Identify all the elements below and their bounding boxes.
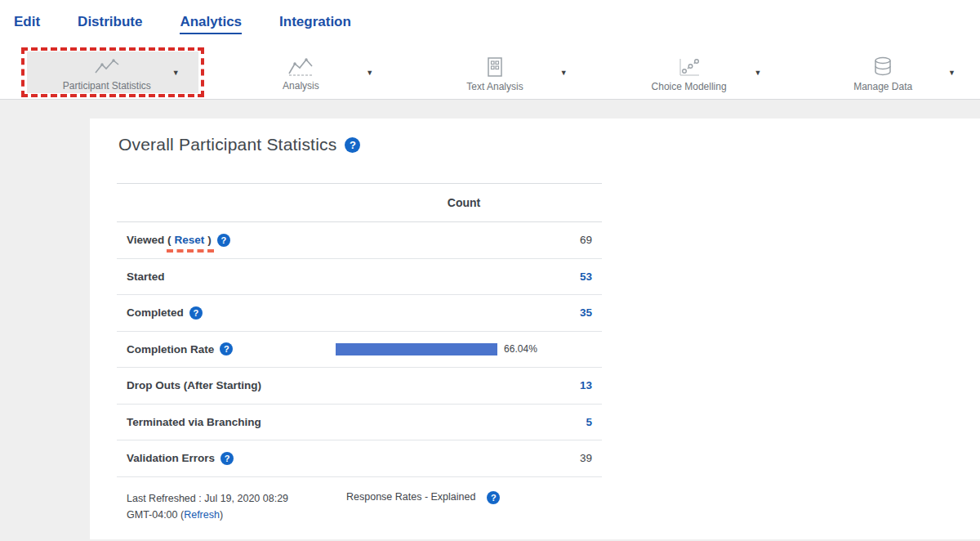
nav-item-edit[interactable]: Edit — [14, 14, 40, 34]
toolbar-item-participant-statistics[interactable]: Participant Statistics ▼ — [10, 47, 204, 100]
scatter-plot-icon — [677, 56, 702, 78]
table-body: Viewed (Reset)?69Started53Completed?35Co… — [117, 222, 602, 477]
chevron-down-icon[interactable]: ▼ — [754, 69, 761, 77]
count-column-header: Count — [336, 196, 592, 209]
toolbar-item-label: Analysis — [283, 80, 319, 92]
table-footer: Last Refreshed : Jul 19, 2020 08:29 GMT-… — [117, 490, 602, 523]
help-icon[interactable]: ? — [220, 452, 234, 465]
chevron-down-icon[interactable]: ▼ — [172, 69, 180, 77]
panel-title-row: Overall Participant Statistics ? — [118, 135, 947, 154]
help-icon[interactable]: ? — [217, 234, 230, 247]
annotation-underline — [167, 249, 215, 253]
row-label: Viewed (Reset)? — [127, 234, 580, 247]
help-icon[interactable]: ? — [189, 306, 203, 320]
table-icon — [484, 56, 506, 78]
completion-rate-bar-fill — [336, 343, 497, 355]
page-title: Overall Participant Statistics — [118, 135, 336, 154]
refresh-link[interactable]: Refresh — [184, 509, 220, 521]
stats-row: Completed?35 — [117, 295, 602, 332]
response-rates-label: Response Rates - Explained — [346, 491, 475, 503]
response-rates-explained: Response Rates - Explained ? — [346, 490, 500, 523]
nav-item-integration[interactable]: Integration — [279, 14, 351, 34]
toolbar-item-choice-modelling[interactable]: Choice Modelling ▼ — [592, 47, 786, 100]
line-chart-icon — [93, 57, 121, 77]
toolbar-item-label: Choice Modelling — [652, 81, 727, 92]
row-label: Validation Errors? — [127, 452, 580, 465]
toolbar-item-label: Participant Statistics — [63, 80, 151, 92]
row-label: Drop Outs (After Starting) — [127, 379, 580, 391]
chevron-down-icon[interactable]: ▼ — [948, 69, 956, 77]
toolbar-item-label: Manage Data — [853, 81, 912, 92]
chevron-down-icon[interactable]: ▼ — [560, 69, 568, 77]
toolbar-item-label: Text Analysis — [466, 81, 523, 92]
top-nav: Edit Distribute Analytics Integration — [0, 0, 980, 47]
help-icon[interactable]: ? — [220, 342, 233, 355]
help-icon[interactable]: ? — [487, 491, 500, 504]
nav-item-analytics[interactable]: Analytics — [180, 14, 242, 34]
stats-row: Drop Outs (After Starting)13 — [117, 368, 602, 405]
row-value: 13 — [580, 379, 592, 391]
stats-row: Validation Errors?39 — [117, 440, 602, 477]
trend-chart-icon — [287, 57, 314, 77]
statistics-table: Count Viewed (Reset)?69Started53Complete… — [117, 183, 602, 523]
analytics-toolbar: Participant Statistics ▼ Analysis ▼ — [0, 47, 980, 100]
stats-row: Started53 — [117, 259, 602, 296]
completion-rate-bar: 66.04% — [336, 343, 592, 355]
toolbar-item-manage-data[interactable]: Manage Data ▼ — [786, 47, 980, 100]
toolbar-item-analysis[interactable]: Analysis ▼ — [204, 47, 399, 100]
row-value: 5 — [586, 416, 592, 428]
participant-statistics-panel: Overall Participant Statistics ? Count V… — [90, 118, 980, 539]
stats-row: Completion Rate?66.04% — [117, 332, 602, 369]
stats-row: Terminated via Branching5 — [117, 405, 602, 441]
row-label: Started — [127, 270, 580, 283]
row-value: 69 — [580, 234, 592, 246]
completion-rate-value: 66.04% — [504, 343, 537, 355]
row-label: Completed? — [127, 306, 580, 320]
toolbar-item-text-analysis[interactable]: Text Analysis ▼ — [398, 47, 592, 100]
help-icon[interactable]: ? — [345, 137, 360, 153]
nav-item-distribute[interactable]: Distribute — [78, 14, 142, 34]
chevron-down-icon[interactable]: ▼ — [366, 69, 373, 77]
stats-row: Viewed (Reset)?69 — [117, 222, 602, 259]
table-header-row: Count — [117, 183, 602, 222]
row-value: 35 — [580, 306, 592, 319]
row-label: Completion Rate? — [127, 342, 336, 355]
row-label: Terminated via Branching — [127, 416, 586, 428]
row-value: 39 — [580, 452, 592, 464]
reset-link[interactable]: Reset — [175, 234, 205, 246]
row-value: 53 — [580, 270, 592, 283]
database-icon — [871, 56, 894, 78]
last-refreshed-text: Last Refreshed : Jul 19, 2020 08:29 GMT-… — [127, 490, 346, 523]
